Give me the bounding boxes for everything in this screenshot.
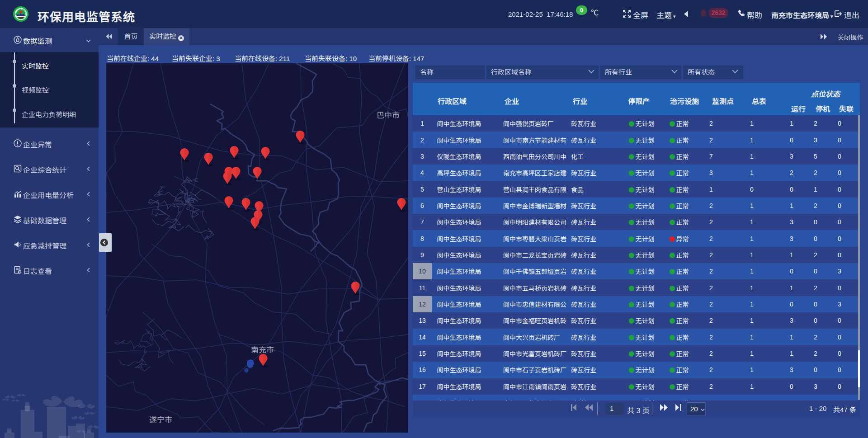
svg-text:南充市: 南充市 [251,346,274,354]
svg-text:巴中市: 巴中市 [377,111,400,120]
svg-text:遂宁市: 遂宁市 [149,416,172,424]
